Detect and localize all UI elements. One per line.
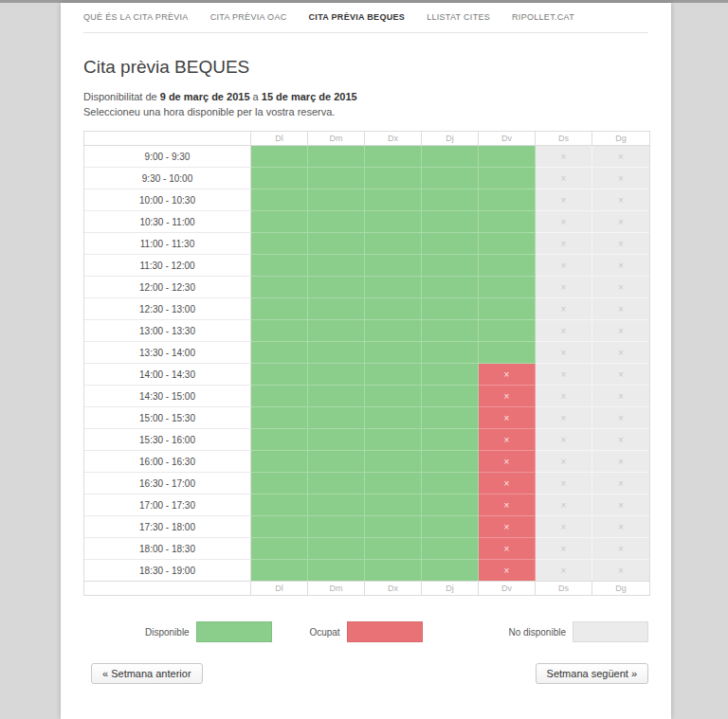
slot-available[interactable] <box>308 211 365 233</box>
slot-available[interactable] <box>365 342 422 364</box>
slot-available[interactable] <box>251 538 308 560</box>
slot-available[interactable] <box>308 146 365 168</box>
slot-available[interactable] <box>422 516 479 538</box>
slot-available[interactable] <box>479 342 536 364</box>
slot-available[interactable] <box>251 146 308 168</box>
slot-available[interactable] <box>422 386 479 407</box>
slot-available[interactable] <box>308 429 365 451</box>
slot-available[interactable] <box>251 320 308 342</box>
slot-available[interactable] <box>422 538 479 560</box>
slot-available[interactable] <box>251 407 308 429</box>
slot-available[interactable] <box>251 277 308 298</box>
slot-available[interactable] <box>479 233 536 255</box>
slot-available[interactable] <box>308 168 365 189</box>
slot-available[interactable] <box>365 538 422 560</box>
slot-available[interactable] <box>251 560 308 581</box>
slot-available[interactable] <box>308 255 365 277</box>
slot-available[interactable] <box>365 277 422 298</box>
slot-available[interactable] <box>422 189 479 211</box>
slot-available[interactable] <box>479 298 536 320</box>
slot-available[interactable] <box>251 189 308 211</box>
slot-available[interactable] <box>479 277 536 298</box>
slot-available[interactable] <box>422 342 479 364</box>
slot-available[interactable] <box>308 451 365 473</box>
slot-available[interactable] <box>365 386 422 407</box>
slot-available[interactable] <box>365 494 422 516</box>
slot-available[interactable] <box>308 320 365 342</box>
nav-tab-1[interactable]: CITA PRÈVIA OAC <box>210 12 287 22</box>
slot-available[interactable] <box>365 168 422 189</box>
slot-available[interactable] <box>422 429 479 451</box>
slot-available[interactable] <box>479 189 536 211</box>
slot-available[interactable] <box>251 516 308 538</box>
slot-available[interactable] <box>422 494 479 516</box>
slot-available[interactable] <box>308 560 365 581</box>
slot-available[interactable] <box>422 211 479 233</box>
slot-available[interactable] <box>308 473 365 494</box>
slot-available[interactable] <box>308 407 365 429</box>
previous-week-button[interactable]: « Setmana anterior <box>91 663 203 684</box>
slot-available[interactable] <box>251 429 308 451</box>
slot-available[interactable] <box>251 494 308 516</box>
slot-available[interactable] <box>308 298 365 320</box>
slot-available[interactable] <box>251 342 308 364</box>
slot-available[interactable] <box>365 320 422 342</box>
next-week-button[interactable]: Setmana següent » <box>536 663 648 684</box>
nav-tab-0[interactable]: QUÈ ÉS LA CITA PRÈVIA <box>83 12 189 22</box>
slot-available[interactable] <box>308 386 365 407</box>
slot-available[interactable] <box>479 320 536 342</box>
nav-tab-2[interactable]: CITA PRÈVIA BEQUES <box>309 12 406 22</box>
slot-available[interactable] <box>365 560 422 581</box>
nav-tab-4[interactable]: RIPOLLET.CAT <box>512 12 574 22</box>
slot-available[interactable] <box>251 364 308 386</box>
slot-available[interactable] <box>422 233 479 255</box>
slot-available[interactable] <box>251 233 308 255</box>
slot-available[interactable] <box>308 233 365 255</box>
slot-available[interactable] <box>365 516 422 538</box>
slot-available[interactable] <box>479 146 536 168</box>
slot-available[interactable] <box>365 473 422 494</box>
slot-available[interactable] <box>308 538 365 560</box>
slot-available[interactable] <box>308 364 365 386</box>
day-label-2: Dx <box>365 132 422 146</box>
slot-available[interactable] <box>251 211 308 233</box>
slot-available[interactable] <box>422 277 479 298</box>
slot-available[interactable] <box>365 211 422 233</box>
slot-available[interactable] <box>365 298 422 320</box>
slot-available[interactable] <box>308 516 365 538</box>
slot-available[interactable] <box>479 211 536 233</box>
slot-available[interactable] <box>251 473 308 494</box>
slot-available[interactable] <box>479 168 536 189</box>
slot-available[interactable] <box>422 364 479 386</box>
slot-available[interactable] <box>365 233 422 255</box>
slot-available[interactable] <box>479 255 536 277</box>
schedule-footer: DlDmDxDjDvDsDg <box>84 581 649 595</box>
slot-available[interactable] <box>365 364 422 386</box>
slot-available[interactable] <box>422 168 479 189</box>
slot-available[interactable] <box>308 277 365 298</box>
slot-available[interactable] <box>251 386 308 407</box>
slot-available[interactable] <box>365 189 422 211</box>
slot-available[interactable] <box>251 168 308 189</box>
slot-available[interactable] <box>422 298 479 320</box>
slot-available[interactable] <box>422 451 479 473</box>
slot-available[interactable] <box>365 429 422 451</box>
slot-available[interactable] <box>251 451 308 473</box>
slot-available[interactable] <box>422 255 479 277</box>
slot-available[interactable] <box>365 255 422 277</box>
slot-available[interactable] <box>251 298 308 320</box>
slot-available[interactable] <box>422 473 479 494</box>
slot-available[interactable] <box>422 407 479 429</box>
slot-available[interactable] <box>422 560 479 581</box>
slot-available[interactable] <box>365 451 422 473</box>
nav-tab-3[interactable]: LLISTAT CITES <box>427 12 490 22</box>
slot-available[interactable] <box>422 146 479 168</box>
slot-available[interactable] <box>308 342 365 364</box>
slot-available[interactable] <box>308 189 365 211</box>
time-label: 11:00 - 11:30 <box>84 233 251 255</box>
slot-available[interactable] <box>422 320 479 342</box>
slot-available[interactable] <box>365 407 422 429</box>
slot-available[interactable] <box>251 255 308 277</box>
slot-available[interactable] <box>308 494 365 516</box>
slot-available[interactable] <box>365 146 422 168</box>
